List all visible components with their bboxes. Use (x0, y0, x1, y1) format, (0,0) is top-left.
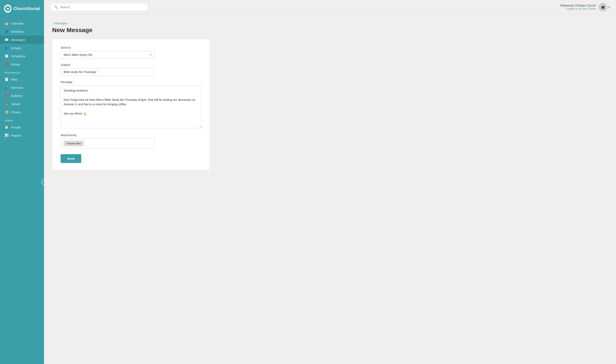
sidebar-item-groups[interactable]: 👥Groups (0, 44, 44, 52)
logo[interactable]: ChurchSocial (0, 0, 44, 17)
sidebar-item-members[interactable]: 👤Members (0, 27, 44, 36)
svg-point-1 (7, 7, 8, 8)
breadcrumb-arrow: ‹ (52, 22, 53, 25)
search-box[interactable]: 🔍 (50, 3, 148, 11)
message-group: Message: (61, 80, 201, 129)
sidebar-item-schedules[interactable]: 🕐Schedules (0, 52, 44, 60)
library-icon: 📚 (4, 102, 9, 106)
page-title: New Message (52, 26, 608, 34)
attachments-area: Choose files (61, 138, 155, 148)
breadcrumb[interactable]: ‹ Messages (52, 22, 608, 25)
send-button[interactable]: Send (61, 154, 81, 163)
app-name: ChurchSocial (13, 6, 40, 11)
avatar: 👨‍👩‍👧‍👦 (599, 3, 607, 12)
admin-nav-group: 📋People📊Reports (0, 123, 44, 140)
bulletins-icon: 📌 (4, 94, 9, 98)
giving-icon: ❤️ (4, 62, 9, 66)
church-info: Fellowship Christian Church Logged in as… (560, 4, 596, 10)
sidebar-item-messages[interactable]: ✉️Messages (0, 36, 44, 44)
send-to-group: Send to: Men's Bible Study (30)All Membe… (61, 46, 201, 59)
subject-input[interactable] (61, 68, 155, 76)
sidebar-item-sermons[interactable]: 🎤Sermons (0, 83, 44, 92)
sidebar-label-messages: Messages (11, 38, 25, 41)
sidebar-label-people: People (11, 126, 21, 129)
sidebar-item-library[interactable]: 📚Library (0, 100, 44, 108)
sidebar: ChurchSocial 📅Calendar👤Members✉️Messages… (0, 0, 44, 364)
choose-files-button[interactable]: Choose files (64, 141, 84, 146)
people-icon: 📋 (4, 125, 9, 129)
admin-section-label: ADMIN (0, 116, 44, 123)
sidebar-label-sermons: Sermons (11, 86, 23, 89)
avatar-container[interactable]: 👨‍👩‍👧‍👦 ▾ (599, 3, 610, 12)
sidebar-label-photos: Photos (11, 110, 21, 114)
topbar: 🔍 Fellowship Christian Church Logged in … (44, 0, 616, 14)
sidebar-item-files[interactable]: 📄Files (0, 75, 44, 83)
sidebar-item-people[interactable]: 📋People (0, 123, 44, 131)
resources-nav-group: 📄Files🎤Sermons📌Bulletins📚Library🖼️Photos (0, 75, 44, 116)
search-icon: 🔍 (54, 5, 58, 9)
sidebar-label-schedules: Schedules (11, 54, 25, 58)
search-input[interactable] (60, 5, 145, 9)
message-textarea[interactable] (61, 85, 201, 128)
church-name: Fellowship Christian Church (560, 4, 596, 7)
attachments-group: Attachments: Choose files (61, 133, 201, 148)
sidebar-label-library: Library (11, 102, 20, 106)
send-to-select[interactable]: Men's Bible Study (30)All MembersWomen's… (61, 51, 155, 59)
sidebar-label-members: Members (11, 30, 24, 33)
calendar-icon: 📅 (4, 22, 9, 25)
message-label: Message: (61, 80, 201, 84)
sidebar-label-groups: Groups (11, 46, 21, 50)
main-nav-group: 📅Calendar👤Members✉️Messages👥Groups🕐Sched… (0, 19, 44, 68)
sermons-icon: 🎤 (4, 86, 9, 89)
topbar-right: Fellowship Christian Church Logged in as… (560, 3, 610, 12)
account-dropdown-icon[interactable]: ▾ (608, 6, 610, 9)
sidebar-navigation: 📅Calendar👤Members✉️Messages👥Groups🕐Sched… (0, 17, 44, 364)
main-area: 🔍 Fellowship Christian Church Logged in … (44, 0, 616, 364)
resources-section-label: RESOURCES (0, 68, 44, 75)
logo-icon (4, 4, 12, 13)
sidebar-label-giving: Giving (11, 63, 20, 66)
files-icon: 📄 (4, 78, 9, 81)
sidebar-item-giving[interactable]: ❤️Giving (0, 60, 44, 68)
sidebar-item-calendar[interactable]: 📅Calendar (0, 19, 44, 27)
schedules-icon: 🕐 (4, 54, 9, 58)
send-to-label: Send to: (61, 46, 201, 49)
messages-icon: ✉️ (4, 38, 9, 41)
sidebar-item-photos[interactable]: 🖼️Photos (0, 108, 44, 116)
members-icon: 👤 (4, 30, 9, 33)
sidebar-label-reports: Reports (11, 134, 22, 137)
logged-in-label: Logged in as John Calvin (560, 7, 596, 10)
subject-label: Subject: (61, 63, 201, 66)
sidebar-item-reports[interactable]: 📊Reports (0, 131, 44, 140)
sidebar-label-files: Files (11, 78, 18, 81)
attachments-label: Attachments: (61, 133, 201, 137)
photos-icon: 🖼️ (4, 110, 9, 114)
breadcrumb-parent[interactable]: Messages (54, 22, 67, 25)
subject-group: Subject: (61, 63, 201, 76)
sidebar-label-bulletins: Bulletins (11, 94, 23, 98)
new-message-form: Send to: Men's Bible Study (30)All Membe… (52, 39, 210, 170)
reports-icon: 📊 (4, 133, 9, 137)
content-area: ‹ Messages New Message Send to: Men's Bi… (44, 14, 616, 364)
groups-icon: 👥 (4, 46, 9, 50)
sidebar-label-calendar: Calendar (11, 22, 24, 25)
sidebar-item-bulletins[interactable]: 📌Bulletins (0, 92, 44, 100)
